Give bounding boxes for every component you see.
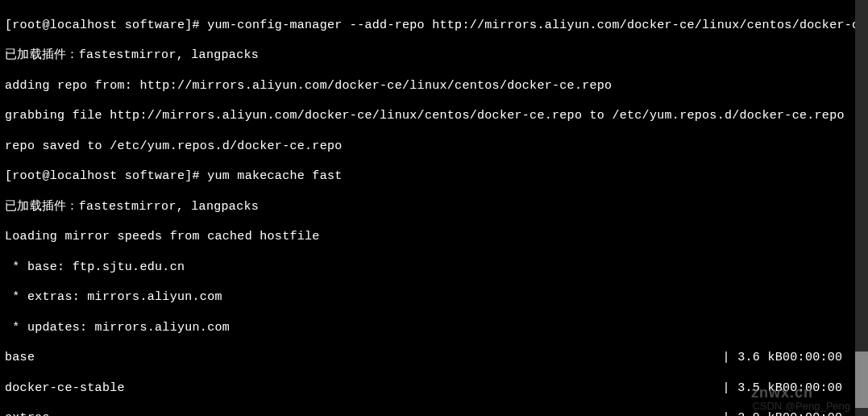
output-line: 已加载插件：fastestmirror, langpacks [5, 200, 863, 215]
repo-name: base [5, 351, 710, 366]
repo-time: 00:00:00 [783, 351, 863, 366]
output-line: adding repo from: http://mirrors.aliyun.… [5, 79, 863, 94]
repo-row: base| 3.6 kB00:00:00 [5, 351, 863, 366]
prompt-line-2: [root@localhost software]# yum makecache… [5, 169, 863, 185]
watermark-text: CSDN @Peng_Peng [752, 400, 850, 413]
command-text: yum-config-manager --add-repo http://mir… [207, 19, 868, 32]
output-line: grabbing file http://mirrors.aliyun.com/… [5, 109, 863, 124]
watermark-text: znwx.cn [751, 384, 813, 402]
shell-prompt: [root@localhost software]# [5, 169, 207, 183]
repo-name: extras [5, 411, 710, 416]
scrollbar-thumb[interactable] [855, 352, 868, 408]
output-line: 已加载插件：fastestmirror, langpacks [5, 48, 863, 64]
vertical-scrollbar[interactable] [855, 0, 868, 416]
terminal-output[interactable]: [root@localhost software]# yum-config-ma… [5, 3, 863, 416]
output-line: * updates: mirrors.aliyun.com [5, 321, 863, 336]
prompt-line-1: [root@localhost software]# yum-config-ma… [5, 19, 863, 34]
output-line: Loading mirror speeds from cached hostfi… [5, 230, 863, 245]
command-text: yum makecache fast [207, 169, 342, 183]
output-line: * extras: mirrors.aliyun.com [5, 290, 863, 306]
shell-prompt: [root@localhost software]# [5, 19, 207, 32]
output-line: repo saved to /etc/yum.repos.d/docker-ce… [5, 139, 863, 155]
repo-size: | 3.6 kB [710, 351, 783, 366]
repo-row: extras| 2.9 kB00:00:00 [5, 411, 863, 416]
output-line: * base: ftp.sjtu.edu.cn [5, 260, 863, 276]
repo-row: docker-ce-stable| 3.5 kB00:00:00 [5, 381, 863, 397]
repo-name: docker-ce-stable [5, 381, 710, 397]
